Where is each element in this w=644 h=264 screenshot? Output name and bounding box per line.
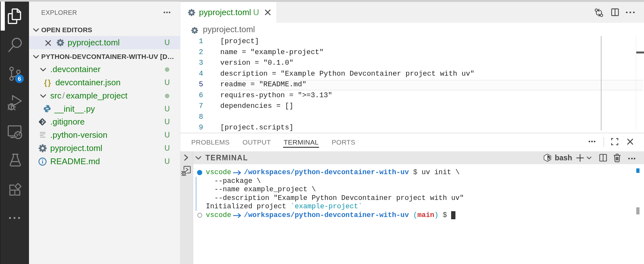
svg-text:$: $ [548,157,550,161]
